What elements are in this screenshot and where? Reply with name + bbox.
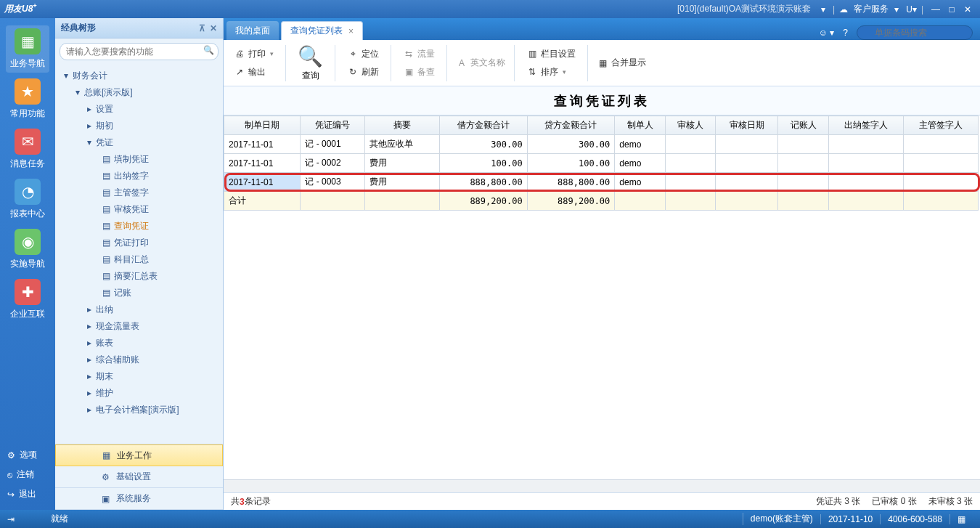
pin-icon[interactable]: ⊼ <box>199 23 205 33</box>
flow-button: ⇆流量 <box>401 46 436 62</box>
maximize-button[interactable]: □ <box>944 4 960 15</box>
nav-business[interactable]: ▦业务导航 <box>6 25 49 73</box>
tree-search-input[interactable] <box>60 43 219 60</box>
tree-leaf-mgr-sign[interactable]: ▤主管签字 <box>55 184 223 201</box>
toolbar: 🖨打印▾ ↗输出 🔍查询 ⌖定位 ↻刷新 ⇆流量 ▣备查 A英文名称 ▥栏目设置… <box>224 40 980 86</box>
tree-node-cashflow[interactable]: ▸现金流量表 <box>55 318 223 335</box>
doc-icon: ▤ <box>100 204 112 214</box>
doc-icon: ▤ <box>100 154 112 164</box>
table-header[interactable]: 出纳签字人 <box>828 116 903 135</box>
close-button[interactable]: ✕ <box>960 4 976 15</box>
nav-reports[interactable]: ◔报表中心 <box>6 176 49 223</box>
tree-leaf-cashier-sign[interactable]: ▤出纳签字 <box>55 168 223 184</box>
table-header[interactable]: 制单日期 <box>224 116 301 135</box>
tree-leaf-post[interactable]: ▤记账 <box>55 285 223 301</box>
tree-node-cashier[interactable]: ▸出纳 <box>55 301 223 318</box>
tree-leaf-audit-v[interactable]: ▤审核凭证 <box>55 201 223 218</box>
tree-leaf-summary-sum[interactable]: ▤摘要汇总表 <box>55 268 223 285</box>
close-tab-icon[interactable]: × <box>348 26 354 36</box>
nav-implement[interactable]: ◉实施导航 <box>6 226 49 273</box>
tree-node-finance[interactable]: ▾财务会计 <box>55 68 223 84</box>
locate-icon: ⌖ <box>347 48 359 60</box>
refresh-button[interactable]: ↻刷新 <box>346 65 380 80</box>
table-row[interactable]: 2017-11-01记 - 0001其他应收单300.00300.00demo <box>224 135 980 154</box>
tree-leaf-subject-sum[interactable]: ▤科目汇总 <box>55 251 223 268</box>
footer-tab-basic[interactable]: ⚙基础设置 <box>55 466 223 488</box>
tab-desktop[interactable]: 我的桌面 <box>226 21 279 40</box>
tab-voucher-query[interactable]: 查询凭证列表× <box>281 21 363 40</box>
close-panel-icon[interactable]: ✕ <box>210 23 217 33</box>
sort-button[interactable]: ⇅排序▾ <box>525 65 577 80</box>
audited-count: 已审核 0 张 <box>872 495 916 508</box>
tree-node-opening[interactable]: ▸期初 <box>55 118 223 134</box>
table-header[interactable]: 摘要 <box>364 116 439 135</box>
smiley-icon[interactable]: ☺ ▾ <box>819 28 835 38</box>
nav-common[interactable]: ★常用功能 <box>6 76 49 123</box>
flow-icon: ⇆ <box>403 48 415 60</box>
column-button[interactable]: ▥栏目设置 <box>525 46 577 62</box>
chevron-down-icon[interactable]: ▾ <box>563 68 566 76</box>
tree-node-aux[interactable]: ▸综合辅助账 <box>55 352 223 368</box>
status-date: 2017-11-10 <box>820 514 880 524</box>
doc-icon: ▤ <box>100 187 112 198</box>
table-header[interactable]: 审核人 <box>665 116 715 135</box>
tree-node-ledger[interactable]: ▸账表 <box>55 335 223 352</box>
table-header[interactable]: 主管签字人 <box>904 116 979 135</box>
expand-icon[interactable]: ⇥ <box>7 514 15 524</box>
merge-button[interactable]: ▦合并显示 <box>595 55 648 70</box>
tree-leaf-print-v[interactable]: ▤凭证打印 <box>55 235 223 251</box>
footer-tab-system[interactable]: ▣系统服务 <box>55 488 223 510</box>
doc-icon: ▤ <box>100 288 112 298</box>
nav-messages[interactable]: ✉消息任务 <box>6 126 49 173</box>
help-icon[interactable]: ? <box>843 28 848 38</box>
table-header[interactable]: 审核日期 <box>716 116 778 135</box>
u-menu[interactable]: U <box>906 4 912 15</box>
table-row[interactable]: 2017-11-01记 - 0002费用100.00100.00demo <box>224 154 980 173</box>
tree-node-setting[interactable]: ▸设置 <box>55 101 223 118</box>
minimize-button[interactable]: — <box>928 4 944 15</box>
table-header[interactable]: 制单人 <box>615 116 665 135</box>
status-qr-icon[interactable]: ▦ <box>950 514 973 524</box>
env-dropdown-icon[interactable]: ▾ <box>821 4 825 15</box>
options-link[interactable]: ⚙选项 <box>0 445 55 465</box>
table-header[interactable]: 借方金额合计 <box>439 116 527 135</box>
logout-link[interactable]: ⎋注销 <box>0 465 55 484</box>
column-icon: ▥ <box>526 48 538 60</box>
tree-leaf-create-v[interactable]: ▤填制凭证 <box>55 151 223 168</box>
tree-leaf-query-v[interactable]: ▤查询凭证 <box>55 218 223 235</box>
nav-enterprise[interactable]: ✚企业互联 <box>6 276 49 323</box>
locate-button[interactable]: ⌖定位 <box>346 46 380 62</box>
env-label: [010](default)OA测试环境演示账套 <box>677 3 811 15</box>
logout-icon: ⎋ <box>7 470 12 480</box>
tree-node-earchive[interactable]: ▸电子会计档案[演示版] <box>55 402 223 418</box>
output-icon: ↗ <box>234 66 245 78</box>
tree-panel: 经典树形 ⊼ ✕ 🔍 ▾财务会计 ▾总账[演示版] ▸设置 ▸期初 ▾凭证 ▤填… <box>55 18 224 510</box>
nav-tree: ▾财务会计 ▾总账[演示版] ▸设置 ▸期初 ▾凭证 ▤填制凭证 ▤出纳签字 ▤… <box>55 65 223 444</box>
tree-node-gl[interactable]: ▾总账[演示版] <box>55 84 223 101</box>
search-icon[interactable]: 🔍 <box>203 45 214 55</box>
dropdown-icon[interactable]: ▾ <box>894 4 899 15</box>
tree-node-maint[interactable]: ▸维护 <box>55 385 223 402</box>
footer-tab-business[interactable]: ▦业务工作 <box>55 444 223 466</box>
table-header[interactable]: 贷方金额合计 <box>527 116 615 135</box>
biz-icon: ▦ <box>99 450 113 460</box>
barcode-search-input[interactable] <box>857 25 973 40</box>
dropdown-icon[interactable]: ▾ <box>912 4 917 15</box>
doc-icon: ▤ <box>100 237 112 248</box>
print-button[interactable]: 🖨打印▾ <box>232 46 275 62</box>
tree-node-period-end[interactable]: ▸期末 <box>55 368 223 385</box>
app-logo: 用友U8+ <box>4 2 37 15</box>
tree-node-voucher[interactable]: ▾凭证 <box>55 134 223 151</box>
chevron-down-icon[interactable]: ▾ <box>270 50 274 57</box>
customer-service-link[interactable]: 客户服务 <box>854 3 889 15</box>
sort-icon: ⇅ <box>526 66 538 78</box>
horizontal-scrollbar[interactable] <box>224 479 980 492</box>
table-header[interactable]: 凭证编号 <box>301 116 364 135</box>
exit-link[interactable]: ↪退出 <box>0 484 55 504</box>
status-ready: 就绪 <box>51 513 68 525</box>
table-header[interactable]: 记账人 <box>778 116 828 135</box>
table-row[interactable]: 2017-11-01记 - 0003费用888,800.00888,800.00… <box>224 173 980 192</box>
query-button[interactable]: 🔍查询 <box>293 43 327 84</box>
output-button[interactable]: ↗输出 <box>232 65 275 80</box>
backup-button: ▣备查 <box>401 65 436 80</box>
